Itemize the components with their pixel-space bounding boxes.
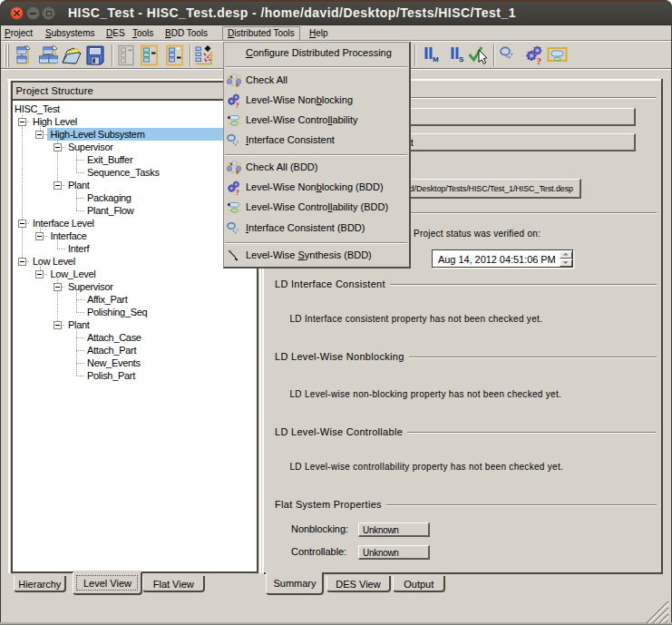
svg-text:?: ? — [236, 102, 239, 108]
svg-text:?: ? — [236, 189, 239, 195]
